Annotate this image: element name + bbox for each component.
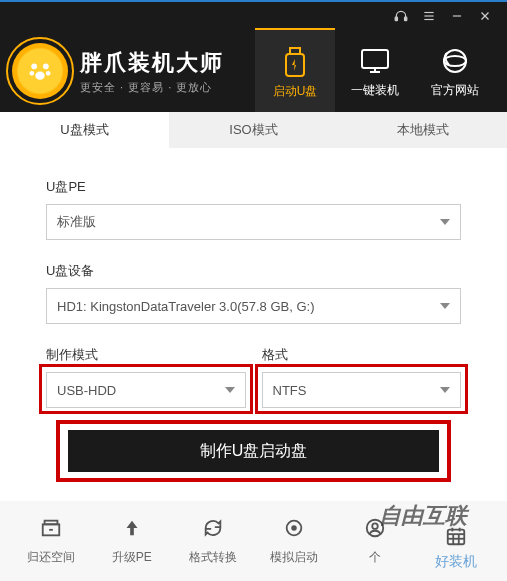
brand-title: 胖爪装机大师 <box>80 48 224 78</box>
brand-subtitle: 更安全 · 更容易 · 更放心 <box>80 80 224 95</box>
nav-label: 官方网站 <box>431 82 479 99</box>
footer-label: 归还空间 <box>27 549 75 566</box>
svg-point-9 <box>43 63 49 69</box>
menu-icon[interactable] <box>415 2 443 30</box>
content: U盘PE 标准版 U盘设备 HD1: KingstonDataTraveler … <box>0 148 507 501</box>
header: 胖爪装机大师 更安全 · 更容易 · 更放心 启动U盘 一键装机 <box>0 30 507 112</box>
format-value: NTFS <box>273 383 307 398</box>
nav-boot-usb[interactable]: 启动U盘 <box>255 28 335 112</box>
subtabs: U盘模式 ISO模式 本地模式 <box>0 112 507 148</box>
nav-one-click[interactable]: 一键装机 <box>335 30 415 112</box>
format-select[interactable]: NTFS <box>262 372 462 408</box>
paw-logo-icon <box>12 43 68 99</box>
svg-rect-15 <box>362 50 388 68</box>
format-label: 格式 <box>262 346 462 364</box>
globe-user-icon <box>364 517 386 543</box>
svg-rect-27 <box>448 530 465 545</box>
upe-label: U盘PE <box>46 178 461 196</box>
footer-label: 升级PE <box>112 549 152 566</box>
svg-point-11 <box>46 71 51 76</box>
footer-restore-space[interactable]: 归还空间 <box>16 517 86 566</box>
usb-bolt-icon <box>282 45 308 79</box>
refresh-icon <box>202 517 224 543</box>
mode-select[interactable]: USB-HDD <box>46 372 246 408</box>
footer-calendar[interactable] <box>421 525 491 557</box>
footer-label: 个 <box>369 549 381 566</box>
target-icon <box>283 517 305 543</box>
logo: 胖爪装机大师 更安全 · 更容易 · 更放心 <box>12 43 224 99</box>
archive-box-icon <box>40 517 62 543</box>
svg-rect-21 <box>44 520 57 524</box>
svg-point-26 <box>372 523 378 529</box>
make-usb-button[interactable]: 制作U盘启动盘 <box>68 430 439 472</box>
svg-rect-14 <box>290 48 300 54</box>
svg-point-8 <box>31 63 37 69</box>
nav-label: 一键装机 <box>351 82 399 99</box>
minimize-icon[interactable] <box>443 2 471 30</box>
footer-label: 格式转换 <box>189 549 237 566</box>
svg-point-10 <box>30 71 35 76</box>
headset-icon[interactable] <box>387 2 415 30</box>
footer-upgrade-pe[interactable]: 升级PE <box>97 517 167 566</box>
device-label: U盘设备 <box>46 262 461 280</box>
upe-value: 标准版 <box>57 213 96 231</box>
tab-iso-mode[interactable]: ISO模式 <box>169 112 338 148</box>
device-select[interactable]: HD1: KingstonDataTraveler 3.0(57.8 GB, G… <box>46 288 461 324</box>
globe-ie-icon <box>441 44 469 78</box>
mode-value: USB-HDD <box>57 383 116 398</box>
nav-website[interactable]: 官方网站 <box>415 30 495 112</box>
close-icon[interactable] <box>471 2 499 30</box>
monitor-icon <box>360 44 390 78</box>
chevron-down-icon <box>440 387 450 393</box>
nav-tiles: 启动U盘 一键装机 官方网站 <box>255 30 495 112</box>
chevron-down-icon <box>225 387 235 393</box>
footer-simulate-boot[interactable]: 模拟启动 <box>259 517 329 566</box>
footer: 归还空间 升级PE 格式转换 模拟启动 个 <box>0 501 507 581</box>
upe-select[interactable]: 标准版 <box>46 204 461 240</box>
svg-point-24 <box>292 526 296 530</box>
calendar-icon <box>445 525 467 551</box>
arrow-up-icon <box>121 517 143 543</box>
nav-label: 启动U盘 <box>273 83 318 100</box>
svg-rect-1 <box>405 17 407 21</box>
titlebar <box>0 0 507 30</box>
svg-point-12 <box>35 72 44 80</box>
mode-label: 制作模式 <box>46 346 246 364</box>
tab-usb-mode[interactable]: U盘模式 <box>0 112 169 148</box>
chevron-down-icon <box>440 219 450 225</box>
device-value: HD1: KingstonDataTraveler 3.0(57.8 GB, G… <box>57 299 314 314</box>
footer-personal[interactable]: 个 <box>340 517 410 566</box>
footer-label: 模拟启动 <box>270 549 318 566</box>
chevron-down-icon <box>440 303 450 309</box>
tab-local-mode[interactable]: 本地模式 <box>338 112 507 148</box>
svg-rect-0 <box>395 17 397 21</box>
footer-format-convert[interactable]: 格式转换 <box>178 517 248 566</box>
